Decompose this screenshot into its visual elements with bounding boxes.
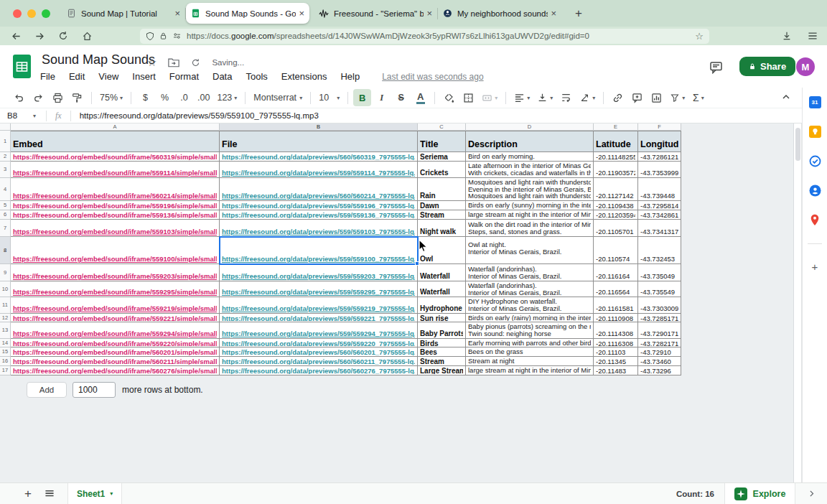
- row-header-7[interactable]: 7: [0, 220, 11, 237]
- close-window-button[interactable]: [13, 9, 22, 18]
- cell-F7[interactable]: -43.7341317: [638, 220, 681, 237]
- cell-B17[interactable]: https://freesound.org/data/previews/560/…: [220, 366, 418, 375]
- sheets-file-icon[interactable]: [12, 54, 32, 79]
- back-button[interactable]: [9, 29, 23, 43]
- close-tab-icon[interactable]: ×: [551, 9, 556, 18]
- row-header-12[interactable]: 12: [0, 314, 11, 322]
- paint-format-button[interactable]: [68, 89, 86, 106]
- bold-button[interactable]: B: [353, 89, 371, 106]
- keep-icon[interactable]: [809, 126, 821, 138]
- cell-A2[interactable]: https://freesound.org/embed/sound/iframe…: [11, 152, 220, 162]
- cell-F16[interactable]: -43.73460: [638, 357, 681, 366]
- row-header-10[interactable]: 10: [0, 281, 11, 297]
- cell-E10[interactable]: -20.116564: [594, 281, 638, 297]
- forward-button[interactable]: [32, 29, 47, 43]
- name-box-caret-icon[interactable]: ▾: [33, 113, 36, 119]
- menu-data[interactable]: Data: [212, 71, 232, 82]
- text-color-button[interactable]: A: [411, 89, 429, 106]
- close-tab-icon[interactable]: ×: [426, 9, 432, 18]
- cell-D2[interactable]: Bird on early morning.: [466, 152, 594, 162]
- cell-D16[interactable]: Stream at night: [466, 357, 594, 366]
- cell-D10[interactable]: Waterfall (andorinhas).Interior of Minas…: [466, 281, 594, 297]
- decrease-decimal-button[interactable]: .0: [175, 89, 193, 106]
- cell-D17[interactable]: large stream at night in the interior of…: [466, 366, 594, 375]
- row-header-17[interactable]: 17: [0, 366, 11, 375]
- formula-input[interactable]: https://freesound.org/data/previews/559/…: [80, 111, 802, 120]
- cell-B13[interactable]: https://freesound.org/data/previews/559/…: [220, 322, 418, 339]
- column-header-B[interactable]: B: [220, 123, 418, 131]
- close-tab-icon[interactable]: ×: [174, 9, 180, 18]
- grid-corner[interactable]: [0, 123, 11, 131]
- cell-F5[interactable]: -43.7295814: [638, 201, 681, 210]
- cell-D7[interactable]: Walk on the dirt road in the interior of…: [466, 220, 594, 237]
- cell-F6[interactable]: -43.734286160: [638, 210, 681, 220]
- add-rows-count-input[interactable]: [73, 382, 116, 398]
- menu-file[interactable]: File: [40, 71, 55, 82]
- cell-F2[interactable]: -43.72861216: [638, 152, 681, 162]
- side-panel-collapse-chevron[interactable]: [795, 489, 827, 498]
- cell-A16[interactable]: https://freesound.org/embed/sound/iframe…: [11, 357, 220, 366]
- create-filter-button[interactable]: ▾: [667, 89, 688, 106]
- maps-icon[interactable]: [810, 214, 820, 226]
- cell-E14[interactable]: -20.1116308: [594, 339, 638, 347]
- cell-D11[interactable]: DIY Hydrophone on waterfall.Interior of …: [466, 297, 594, 314]
- cell-A15[interactable]: https://freesound.org/embed/sound/iframe…: [11, 347, 220, 357]
- cell-E5[interactable]: -20.1109438: [594, 201, 638, 210]
- cell-C15[interactable]: Bees: [418, 347, 466, 357]
- font-select[interactable]: Montserrat▾: [251, 89, 305, 106]
- browser-tab-umap[interactable]: My neighborhood sounds - uMap ×: [438, 3, 561, 24]
- cell-F4[interactable]: -43.739448: [638, 178, 681, 201]
- menu-insert[interactable]: Insert: [132, 71, 156, 82]
- share-button[interactable]: Share: [739, 57, 795, 76]
- menu-view[interactable]: View: [98, 71, 118, 82]
- cell-C3[interactable]: Crickets: [418, 162, 466, 178]
- cell-C7[interactable]: Night walk: [418, 220, 466, 237]
- cell-A11[interactable]: https://freesound.org/embed/sound/iframe…: [11, 297, 220, 314]
- cell-C8[interactable]: Owl: [418, 237, 466, 264]
- insert-chart-button[interactable]: [648, 89, 665, 106]
- cell-F10[interactable]: -43.735549: [638, 281, 681, 297]
- new-tab-button[interactable]: +: [570, 5, 587, 22]
- cell-A17[interactable]: https://freesound.org/embed/sound/iframe…: [11, 366, 220, 375]
- menu-edit[interactable]: Edit: [69, 71, 85, 82]
- cell-F17[interactable]: -43.73296: [638, 366, 681, 375]
- scrollbar-thumb[interactable]: [795, 128, 800, 161]
- cell-F14[interactable]: -43.7282171: [638, 339, 681, 347]
- vertical-align-button[interactable]: ▾: [534, 89, 556, 106]
- insert-link-button[interactable]: [609, 89, 627, 106]
- sheet-menu-caret-icon[interactable]: ▾: [110, 490, 113, 497]
- cell-E2[interactable]: -20.11148255: [594, 152, 638, 162]
- cell-E4[interactable]: -20.1127142: [594, 178, 638, 201]
- row-header-3[interactable]: 3: [0, 162, 11, 178]
- cell-E8[interactable]: -20.110574: [594, 237, 638, 264]
- row-header-6[interactable]: 6: [0, 210, 11, 220]
- cell-A3[interactable]: https://freesound.org/embed/sound/iframe…: [11, 162, 220, 178]
- cell-D12[interactable]: Birds on early (rainy) morning in the in…: [466, 314, 594, 322]
- downloads-icon[interactable]: [780, 29, 794, 43]
- menu-tools[interactable]: Tools: [246, 71, 267, 82]
- cell-A14[interactable]: https://freesound.org/embed/sound/iframe…: [11, 339, 220, 347]
- close-tab-icon[interactable]: ×: [299, 9, 304, 18]
- cell-E9[interactable]: -20.116164: [594, 264, 638, 281]
- minimize-window-button[interactable]: [27, 9, 36, 18]
- cell-A12[interactable]: https://freesound.org/embed/sound/iframe…: [11, 314, 220, 322]
- row-header-2[interactable]: 2: [0, 152, 11, 162]
- column-header-F[interactable]: F: [638, 123, 681, 131]
- cell-E15[interactable]: -20.11103: [594, 347, 638, 357]
- cell-A7[interactable]: https://freesound.org/embed/sound/iframe…: [11, 220, 220, 237]
- account-avatar[interactable]: M: [796, 57, 815, 76]
- column-header-C[interactable]: C: [418, 123, 466, 131]
- cell-B1[interactable]: File: [220, 131, 418, 152]
- cell-E6[interactable]: -20.112035943: [594, 210, 638, 220]
- reload-button[interactable]: [56, 29, 70, 43]
- cell-E11[interactable]: -20.1161581: [594, 297, 638, 314]
- cell-E7[interactable]: -20.1105701: [594, 220, 638, 237]
- menu-format[interactable]: Format: [169, 71, 199, 82]
- cell-A1[interactable]: Embed: [11, 131, 220, 152]
- browser-tab-freesound[interactable]: Freesound - "Seriema" by sarala ×: [314, 3, 437, 24]
- cell-A4[interactable]: https://freesound.org/embed/sound/iframe…: [11, 178, 220, 201]
- column-header-A[interactable]: A: [11, 123, 220, 131]
- cell-F13[interactable]: -43.7290171: [638, 322, 681, 339]
- menu-hamburger-icon[interactable]: [805, 29, 820, 43]
- cell-D14[interactable]: Early morning with parrots and other bir…: [466, 339, 594, 347]
